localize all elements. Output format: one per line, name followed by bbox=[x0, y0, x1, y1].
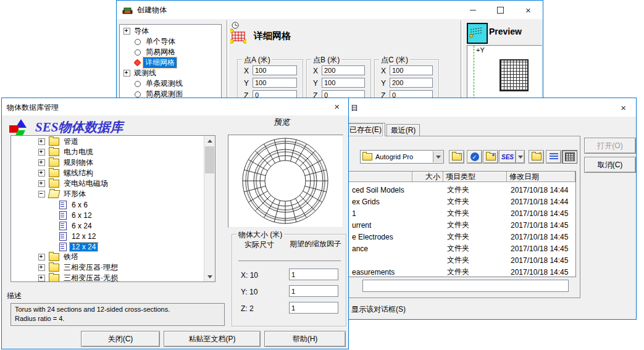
collapse-icon[interactable] bbox=[38, 191, 45, 198]
document-icon bbox=[59, 232, 67, 241]
folder-icon bbox=[362, 153, 372, 160]
grid-clock-icon bbox=[230, 22, 246, 44]
maximize-icon[interactable] bbox=[487, 1, 514, 19]
folder-icon bbox=[49, 138, 59, 146]
up-folder-icon[interactable]: ↑ bbox=[449, 150, 464, 164]
tree-scrollbar[interactable] bbox=[204, 136, 215, 281]
tree-item[interactable]: 变电站电磁场 bbox=[11, 178, 204, 189]
point-a-x-input[interactable] bbox=[253, 65, 297, 75]
tree-item[interactable]: 简易网格 bbox=[120, 47, 221, 57]
open-button[interactable]: 打开(O) bbox=[584, 138, 636, 154]
create-window-titlebar[interactable]: 创建物体 × bbox=[117, 1, 543, 19]
column-header-size[interactable]: 大小 bbox=[412, 172, 443, 182]
scrollbar-thumb[interactable] bbox=[205, 146, 214, 173]
tab-recent[interactable]: 最近(R) bbox=[387, 124, 420, 136]
scroll-down-icon[interactable] bbox=[204, 272, 215, 281]
tree-item[interactable]: 12 x 12 bbox=[11, 231, 204, 241]
expand-icon[interactable] bbox=[38, 254, 45, 260]
project-row[interactable]: ance文件夹2017/10/18 14:45 bbox=[347, 243, 575, 254]
filename-input[interactable] bbox=[362, 280, 569, 292]
folder-icon bbox=[49, 253, 59, 261]
close-button[interactable]: 关闭(C) bbox=[81, 331, 160, 347]
project-row[interactable]: urrent文件夹2017/10/18 14:45 bbox=[347, 219, 575, 231]
scale-x-input[interactable] bbox=[289, 269, 338, 280]
project-row[interactable]: 文件夹2017/10/18 14:45 bbox=[347, 254, 575, 266]
size-y-label: Y: 10 bbox=[241, 288, 257, 296]
expand-icon[interactable] bbox=[38, 170, 45, 177]
panel-title: 详细网格 bbox=[254, 30, 291, 42]
tree-item[interactable]: 铁塔 bbox=[11, 252, 204, 262]
point-b-x-input[interactable] bbox=[322, 65, 365, 75]
tree-item[interactable]: 规则物体 bbox=[11, 157, 204, 168]
panel-divider bbox=[227, 20, 228, 98]
dropdown-arrow-icon[interactable] bbox=[516, 150, 525, 164]
scale-y-input[interactable] bbox=[289, 285, 338, 297]
expand-icon[interactable] bbox=[38, 275, 45, 281]
scale-z-input[interactable] bbox=[289, 302, 338, 314]
list-view-icon[interactable] bbox=[546, 150, 561, 164]
combo-dropdown-icon[interactable] bbox=[433, 151, 443, 162]
close-icon[interactable]: × bbox=[621, 103, 626, 112]
column-header-name[interactable] bbox=[347, 172, 412, 182]
close-icon[interactable]: × bbox=[514, 1, 542, 19]
tree-item[interactable]: 6 x 6 bbox=[11, 199, 204, 210]
tree-item[interactable]: 单条观测线 bbox=[120, 78, 221, 89]
expand-icon[interactable] bbox=[38, 159, 45, 166]
tree-item[interactable]: 三相变压器·理想 bbox=[11, 262, 204, 273]
help-button[interactable]: 帮助(H) bbox=[264, 331, 346, 347]
tree-item[interactable]: 环形体 bbox=[11, 189, 204, 199]
tree-item[interactable]: 6 x 24 bbox=[11, 220, 204, 231]
open-dialog-titlebar[interactable]: 目 × bbox=[345, 98, 636, 117]
tree-item[interactable]: 电力电缆 bbox=[11, 147, 204, 157]
new-folder-icon[interactable]: * bbox=[529, 150, 544, 164]
tree-item-selected[interactable]: 12 x 24 bbox=[11, 241, 204, 252]
expand-icon[interactable] bbox=[123, 28, 130, 35]
project-row[interactable]: 1文件夹2017/10/18 14:45 bbox=[347, 207, 575, 219]
project-row[interactable]: ex Grids文件夹2017/10/18 14:44 bbox=[347, 196, 575, 207]
folder-combo[interactable]: Autogrid Pro bbox=[360, 150, 444, 164]
column-header-type[interactable]: 项目类型 bbox=[443, 172, 507, 182]
column-header-date[interactable]: 修改日期 bbox=[507, 172, 575, 182]
tree-item[interactable]: 三相变压器·无损 bbox=[11, 273, 204, 282]
point-c-y-input[interactable] bbox=[390, 78, 433, 88]
point-a-group: 点A (米) X Y Z bbox=[237, 59, 303, 102]
tree-item[interactable]: 导体 bbox=[120, 26, 221, 36]
point-b-y-input[interactable] bbox=[322, 78, 365, 88]
preview-caption: 预览 bbox=[274, 117, 290, 128]
grid-preview-icon[interactable] bbox=[467, 23, 488, 44]
item-bullet-icon bbox=[135, 49, 141, 56]
expand-icon[interactable] bbox=[38, 264, 45, 271]
expand-icon[interactable] bbox=[38, 180, 45, 187]
tree-item[interactable]: 管道 bbox=[11, 136, 204, 147]
close-icon[interactable]: × bbox=[334, 102, 340, 111]
cancel-button[interactable]: 取消(C) bbox=[584, 157, 636, 173]
details-view-icon[interactable] bbox=[562, 150, 577, 164]
tree-item[interactable]: 螺线结构 bbox=[11, 168, 204, 178]
expand-icon[interactable] bbox=[38, 149, 45, 156]
expand-icon[interactable] bbox=[123, 70, 130, 77]
tree-item[interactable]: 6 x 12 bbox=[11, 210, 204, 220]
minimize-icon[interactable] bbox=[459, 1, 487, 19]
point-a-y-input[interactable] bbox=[253, 78, 297, 88]
show-dialog-label[interactable]: 显示该对话框(S) bbox=[351, 304, 406, 315]
preview-divider bbox=[461, 20, 462, 98]
scroll-up-icon[interactable] bbox=[204, 136, 215, 146]
project-row[interactable]: e Electrodes文件夹2017/10/18 14:45 bbox=[347, 231, 575, 243]
point-c-x-input[interactable] bbox=[390, 65, 433, 75]
tree-item[interactable]: 单个导体 bbox=[120, 36, 221, 47]
project-list: 大小 项目类型 修改日期 ced Soil Models文件夹2017/10/1… bbox=[346, 171, 576, 277]
tree-item[interactable]: 观测线 bbox=[120, 68, 221, 78]
paste-to-document-button[interactable]: 粘贴至文档(P) bbox=[164, 331, 261, 347]
description-line: Radius ratio = 4. bbox=[15, 314, 220, 323]
folder-options-icon[interactable]: * bbox=[483, 150, 498, 164]
db-window-titlebar[interactable]: 物体数据库管理 × bbox=[2, 98, 348, 115]
project-row[interactable]: ced Soil Models文件夹2017/10/18 14:44 bbox=[347, 184, 575, 196]
expand-icon[interactable] bbox=[38, 138, 45, 145]
project-row[interactable]: easurements文件夹2017/10/18 14:45 bbox=[347, 266, 575, 277]
ses-filter-button[interactable]: SES bbox=[499, 150, 516, 164]
tree-item-selected[interactable]: 详细网格 bbox=[120, 57, 221, 68]
tab-existing[interactable]: 已存在(E) bbox=[346, 123, 385, 136]
point-c-group: 点C (米) X Y Z bbox=[374, 59, 439, 102]
validate-icon[interactable]: ✓ bbox=[467, 150, 482, 164]
axis-label: X bbox=[313, 67, 318, 75]
